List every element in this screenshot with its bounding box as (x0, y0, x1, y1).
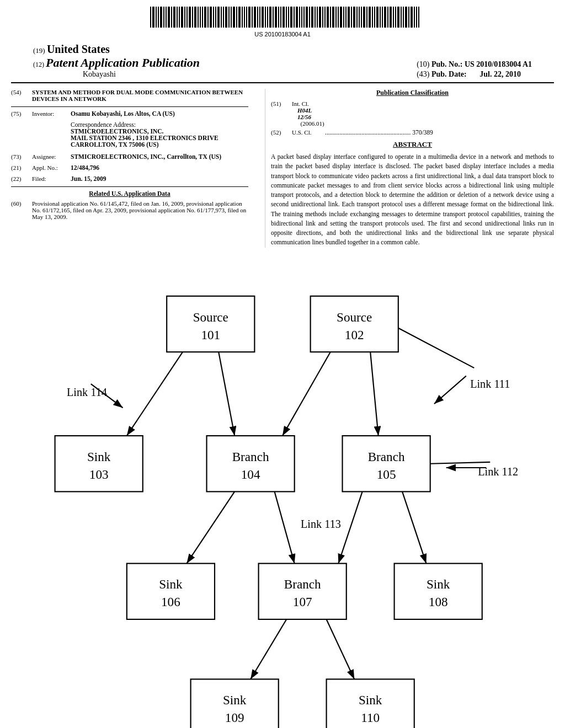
sink-110-label-line2: 110 (361, 710, 380, 725)
appl-no-label: Appl. No.: (32, 164, 71, 171)
filed-section: (22) Filed: Jun. 15, 2009 (11, 175, 248, 182)
branch-104-label-line1: Branch (232, 449, 269, 463)
svg-rect-99 (405, 7, 407, 28)
svg-rect-2 (152, 7, 154, 28)
label-54: (54) (11, 89, 32, 102)
label-21: (21) (11, 164, 32, 171)
svg-rect-48 (273, 7, 274, 28)
label-60: (60) (11, 200, 32, 220)
pub-date-label: Pub. Date: (431, 70, 467, 78)
branch-104-label-line2: 104 (241, 467, 260, 481)
us-cl-row: (52) U.S. Cl. ..........................… (271, 129, 554, 136)
svg-rect-77 (348, 7, 350, 28)
sink-106-label-line1: Sink (159, 577, 183, 591)
source-101-label-line2: 101 (201, 327, 220, 341)
link-113-label: Link 113 (301, 517, 341, 529)
svg-rect-80 (356, 7, 358, 28)
inventor-full: Osamu Kobayashi, Los Altos, CA (US) (71, 110, 175, 117)
sink-108-label-line1: Sink (427, 577, 450, 591)
svg-rect-12 (179, 7, 180, 28)
sink-109-label-line2: 109 (225, 710, 244, 725)
svg-rect-53 (286, 7, 287, 28)
svg-rect-93 (390, 7, 392, 28)
pub-no-label: Pub. No.: (431, 60, 462, 68)
svg-rect-59 (301, 7, 302, 28)
pub-class-header: Publication Classification (271, 89, 554, 97)
conn-branch105-branch107 (338, 491, 362, 563)
conn-src102-right (398, 328, 474, 367)
svg-rect-92 (387, 7, 388, 28)
barcode-image: // Generate barcode bars inline via JS a… (145, 6, 420, 28)
svg-rect-9 (171, 7, 172, 28)
correspondence-block: Correspondence Address: STMICROELECTRONI… (71, 121, 248, 148)
svg-rect-23 (207, 7, 209, 28)
svg-rect-66 (319, 7, 321, 28)
svg-rect-64 (315, 7, 316, 28)
svg-rect-78 (351, 7, 352, 28)
svg-rect-46 (267, 7, 268, 28)
patent-number-top: US 20100183004 A1 (0, 31, 565, 38)
svg-rect-37 (244, 7, 245, 28)
svg-rect-87 (374, 7, 375, 28)
sink-103-label-line2: 103 (89, 467, 109, 481)
svg-rect-14 (184, 7, 185, 28)
svg-rect-8 (168, 7, 170, 28)
svg-rect-16 (189, 7, 191, 28)
svg-rect-26 (215, 7, 216, 28)
conn-src102-branch105 (370, 352, 378, 436)
svg-rect-36 (242, 7, 243, 28)
svg-rect-102 (414, 7, 415, 28)
corr-header: Correspondence Address: (71, 121, 248, 128)
svg-rect-91 (384, 7, 386, 28)
svg-rect-104 (418, 7, 419, 28)
svg-rect-11 (177, 7, 178, 28)
svg-rect-6 (163, 7, 164, 28)
svg-rect-63 (311, 7, 313, 28)
svg-rect-40 (252, 7, 253, 28)
conn-branch107-sink109 (250, 619, 286, 679)
svg-rect-67 (322, 7, 323, 28)
svg-rect-57 (296, 7, 298, 28)
svg-rect-101 (411, 7, 413, 28)
svg-rect-38 (246, 7, 247, 28)
svg-rect-22 (204, 7, 206, 28)
svg-rect-42 (257, 7, 258, 28)
inventor-surname: Kobayashi (83, 70, 116, 78)
svg-rect-71 (332, 7, 334, 28)
left-header: (12) Patent Application Publication Koba… (33, 56, 200, 79)
patent-title: SYSTEM AND METHOD FOR DUAL MODE COMMUNIC… (32, 89, 248, 102)
sink-110-label-line1: Sink (359, 693, 382, 707)
svg-rect-84 (366, 7, 367, 28)
network-diagram: .node-box { fill: white; stroke: black; … (11, 264, 554, 729)
conn-branch105-right (430, 462, 491, 463)
svg-rect-72 (335, 7, 337, 28)
svg-rect-61 (306, 7, 308, 28)
svg-rect-65 (317, 7, 318, 28)
sink-106-label-line2: 106 (161, 595, 180, 609)
corr-line3: CARROLLTON, TX 75006 (US) (71, 141, 248, 148)
label-22: (22) (11, 175, 32, 182)
corr-line1: STMICROELECTRONICS, INC. (71, 128, 248, 135)
svg-rect-49 (275, 7, 277, 28)
svg-rect-83 (363, 7, 365, 28)
svg-rect-81 (359, 7, 360, 28)
us-cl-value: 370/389 (412, 129, 433, 136)
source-101-label-line1: Source (193, 309, 228, 324)
main-content: (54) SYSTEM AND METHOD FOR DUAL MODE COM… (0, 83, 565, 248)
svg-rect-45 (265, 7, 266, 28)
sink-103-label-line1: Sink (87, 449, 111, 463)
svg-rect-4 (158, 7, 159, 28)
related-data-section: Related U.S. Application Data (11, 190, 248, 197)
assignee-label: Assignee: (32, 153, 71, 160)
svg-rect-39 (248, 7, 250, 28)
label-51: (51) (271, 100, 292, 127)
diagram-container: .node-box { fill: white; stroke: black; … (0, 253, 565, 729)
svg-rect-94 (393, 7, 394, 28)
svg-rect-34 (236, 7, 237, 28)
svg-rect-82 (361, 7, 362, 28)
left-column: (54) SYSTEM AND METHOD FOR DUAL MODE COM… (11, 89, 254, 248)
sink-109-label-line1: Sink (223, 693, 247, 707)
svg-rect-88 (376, 7, 379, 28)
patent-type-line: (12) Patent Application Publication (33, 56, 200, 70)
conn-branch107-sink110 (327, 619, 355, 679)
